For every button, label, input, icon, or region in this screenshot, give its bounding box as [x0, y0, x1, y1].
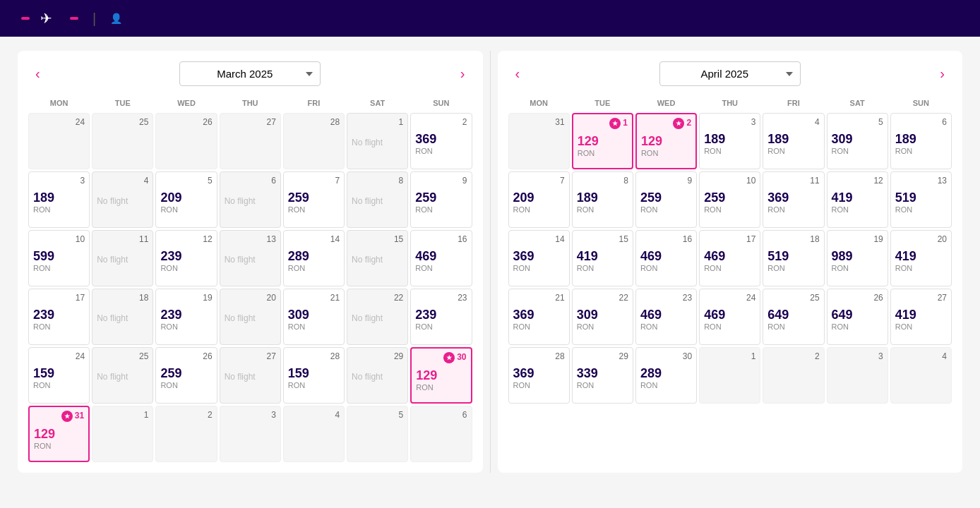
table-row[interactable]: 17469RON	[699, 230, 760, 286]
cal-date: 8	[352, 176, 403, 186]
table-row[interactable]: 26259RON	[155, 347, 217, 404]
table-row[interactable]: 11No flight	[92, 230, 153, 286]
table-row[interactable]: 26649RON	[827, 289, 888, 345]
table-row[interactable]: 14289RON	[283, 230, 345, 286]
cal-price: 419	[832, 191, 883, 205]
table-row[interactable]: 6No flight	[220, 171, 281, 228]
cal-date: 24	[704, 293, 755, 303]
cal-currency: RON	[704, 322, 755, 331]
april-month-select[interactable]: April 2025	[659, 61, 801, 86]
table-row[interactable]: 12419RON	[827, 171, 888, 228]
table-row[interactable]: 18No flight	[92, 289, 153, 345]
table-row[interactable]: 30289RON	[635, 347, 697, 404]
table-row: 1	[92, 406, 153, 462]
table-row[interactable]: 23469RON	[635, 289, 697, 345]
table-row[interactable]: 25No flight	[92, 347, 153, 404]
table-row[interactable]: 20No flight	[220, 289, 281, 345]
table-row[interactable]: 9259RON	[410, 171, 472, 228]
table-row[interactable]: 6189RON	[890, 113, 952, 169]
table-row[interactable]: 13No flight	[220, 230, 281, 286]
table-row[interactable]: 18519RON	[763, 230, 824, 286]
table-row[interactable]: 16469RON	[635, 230, 697, 286]
march-grid: 24252627281No flight2369RON3189RON4No fl…	[28, 113, 472, 462]
cal-date: 22	[577, 293, 628, 303]
table-row[interactable]: 4189RON	[763, 113, 824, 169]
cal-date: 13	[895, 176, 947, 186]
table-row[interactable]: 14369RON	[508, 230, 570, 286]
table-row[interactable]: 5309RON	[827, 113, 888, 169]
table-row[interactable]: 29No flight	[347, 347, 408, 404]
table-row[interactable]: 10599RON	[28, 230, 90, 286]
table-row[interactable]: ★30129RON	[410, 347, 472, 404]
no-flight-label: No flight	[225, 313, 276, 323]
table-row[interactable]: 16469RON	[410, 230, 472, 286]
cal-price: 129	[34, 428, 84, 442]
table-row[interactable]: 24159RON	[28, 347, 90, 404]
day-label-fri: FRI	[283, 97, 345, 109]
table-row[interactable]: 17239RON	[28, 289, 90, 345]
cal-date: 28	[288, 117, 340, 127]
table-row[interactable]: ★2129RON	[635, 113, 697, 169]
table-row[interactable]: 28159RON	[283, 347, 345, 404]
cal-price: 419	[895, 308, 947, 322]
table-row[interactable]: 13519RON	[890, 171, 952, 228]
table-row[interactable]: 15No flight	[347, 230, 408, 286]
table-row[interactable]: 25649RON	[763, 289, 824, 345]
cal-date: 2	[160, 410, 212, 420]
table-row[interactable]: 12239RON	[155, 230, 217, 286]
table-row[interactable]: 7209RON	[508, 171, 570, 228]
table-row[interactable]: 7259RON	[283, 171, 345, 228]
cal-date: 5	[352, 410, 403, 420]
april-grid: 31★1129RON★2129RON3189RON4189RON5309RON6…	[508, 113, 952, 404]
table-row[interactable]: 19989RON	[827, 230, 888, 286]
march-prev-button[interactable]: ‹	[28, 62, 47, 85]
cal-date: 2	[767, 351, 819, 361]
table-row[interactable]: 19239RON	[155, 289, 217, 345]
table-row[interactable]: 27No flight	[220, 347, 281, 404]
table-row[interactable]: ★31129RON	[28, 406, 90, 462]
table-row[interactable]: 8No flight	[347, 171, 408, 228]
table-row[interactable]: 23239RON	[410, 289, 472, 345]
table-row[interactable]: 10259RON	[699, 171, 760, 228]
table-row[interactable]: 15419RON	[572, 230, 633, 286]
table-row[interactable]: 28369RON	[508, 347, 570, 404]
table-row[interactable]: 22309RON	[572, 289, 633, 345]
table-row[interactable]: 1No flight	[347, 113, 408, 169]
table-row[interactable]: 20419RON	[890, 230, 952, 286]
march-next-button[interactable]: ›	[453, 62, 472, 85]
cal-date: 25	[97, 117, 148, 127]
table-row[interactable]: 4No flight	[92, 171, 153, 228]
march-month-select[interactable]: March 2025	[179, 61, 321, 86]
table-row[interactable]: 8189RON	[572, 171, 633, 228]
table-row[interactable]: 3189RON	[699, 113, 760, 169]
no-flight-label: No flight	[352, 196, 403, 206]
march-header: ‹ March 2025 ›	[28, 61, 472, 86]
cal-currency: RON	[767, 205, 819, 214]
cal-date: 12	[160, 234, 212, 244]
table-row[interactable]: 11369RON	[763, 171, 824, 228]
cal-currency: RON	[641, 149, 691, 157]
table-row[interactable]: 5209RON	[155, 171, 217, 228]
table-row[interactable]: 29339RON	[572, 347, 633, 404]
table-row[interactable]: 3189RON	[28, 171, 90, 228]
table-row[interactable]: ★1129RON	[572, 113, 633, 169]
cal-currency: RON	[895, 322, 947, 331]
table-row[interactable]: 2369RON	[410, 113, 472, 169]
table-row[interactable]: 21309RON	[283, 289, 345, 345]
table-row[interactable]: 27419RON	[890, 289, 952, 345]
cal-currency: RON	[704, 147, 755, 155]
april-prev-button[interactable]: ‹	[508, 62, 527, 85]
april-next-button[interactable]: ›	[933, 62, 952, 85]
cal-price: 159	[33, 367, 85, 381]
header: ✈ | 👤	[0, 0, 980, 37]
cal-date: 7	[288, 176, 340, 186]
table-row[interactable]: 21369RON	[508, 289, 570, 345]
table-row[interactable]: 24469RON	[699, 289, 760, 345]
table-row[interactable]: 9259RON	[635, 171, 697, 228]
cal-date: 1	[704, 351, 755, 361]
no-flight-label: No flight	[225, 372, 276, 382]
cal-date: 10	[704, 176, 755, 186]
table-row[interactable]: 22No flight	[347, 289, 408, 345]
cal-currency: RON	[415, 147, 467, 155]
cal-price: 369	[767, 191, 819, 205]
